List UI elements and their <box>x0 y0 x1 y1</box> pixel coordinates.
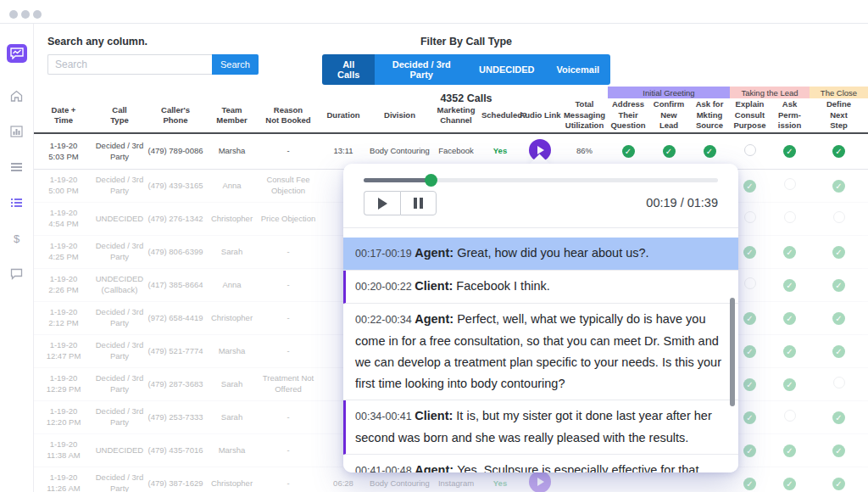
column-header-reason-not-booked[interactable]: ReasonNot Booked <box>259 105 318 126</box>
cell-call-type: Decided / 3rd Party <box>93 373 146 395</box>
cell-call-type: Decided / 3rd Party <box>93 307 146 329</box>
cell-team-member: Anna <box>205 280 259 291</box>
transcript-entry[interactable]: 00:41-00:48 Agent: Yes, Sculpsure is esp… <box>343 455 738 472</box>
check-icon: ✓ <box>622 145 635 158</box>
play-button[interactable] <box>364 191 400 215</box>
sidebar: $ <box>0 24 34 492</box>
column-header-caller-s-phone[interactable]: Caller'sPhone <box>146 105 205 126</box>
column-header-explain-consult-purpose[interactable]: ExplainConsultPurpose <box>730 99 770 131</box>
cell-reason-not-booked: - <box>259 313 318 324</box>
cell-check: ✓ <box>810 444 868 457</box>
cell-total-messaging-utilization: 86% <box>561 146 608 157</box>
cell-call-type: Decided / 3rd Party <box>93 141 146 163</box>
cell-team-member: Anna <box>205 181 259 192</box>
group-header-the-close: The Close <box>810 87 868 98</box>
sidebar-item-chart-icon[interactable] <box>9 124 25 139</box>
empty-circle-icon <box>833 211 845 223</box>
column-header-division[interactable]: Division <box>369 110 431 120</box>
check-icon: ✓ <box>743 246 756 259</box>
cell-caller-phone: (479) 387-1629 <box>146 478 205 489</box>
search-input[interactable] <box>47 54 212 75</box>
check-icon: ✓ <box>832 411 845 424</box>
sidebar-item-home-icon[interactable] <box>9 88 25 103</box>
cell-check: ✓ <box>810 279 868 292</box>
cell-date-time: 1-19-2012:47 PM <box>34 340 93 362</box>
cell-reason-not-booked: Price Objection <box>259 214 318 225</box>
audio-progress-thumb[interactable] <box>425 174 437 187</box>
cell-date-time: 1-19-204:54 PM <box>34 208 93 230</box>
cell-caller-phone: (479) 435-7016 <box>146 445 205 456</box>
pause-button[interactable] <box>400 191 437 215</box>
sidebar-item-playbook-list-icon[interactable] <box>9 195 25 210</box>
empty-circle-icon <box>744 144 756 156</box>
cell-team-member: Sarah <box>205 379 259 390</box>
transcript-entry[interactable]: 00:17-00:19 Agent: Great, how did you he… <box>343 238 738 271</box>
transcript-entry[interactable]: 00:34-00:41 Client: It is, but my sister… <box>343 400 738 455</box>
check-icon: ✓ <box>783 378 796 391</box>
column-header-total-messaging-utilization[interactable]: TotalMessagingUtilization <box>561 99 608 131</box>
column-header-confirm-new-lead[interactable]: ConfirmNewLead <box>648 99 689 131</box>
sidebar-item-menu-list-icon[interactable] <box>9 159 25 175</box>
audio-play-button[interactable] <box>529 471 551 492</box>
sidebar-item-dollar-icon[interactable]: $ <box>9 231 25 246</box>
transcript-text: Facebook I think. <box>456 279 549 293</box>
cell-date-time: 1-19-2011:26 AM <box>34 472 93 492</box>
cell-check: ✓ <box>810 246 868 259</box>
transcript-speaker: Client: <box>415 279 456 293</box>
check-icon: ✓ <box>743 345 756 358</box>
empty-circle-icon <box>784 211 796 223</box>
empty-circle-icon <box>744 277 756 289</box>
column-header-ask-perm-ission[interactable]: AskPerm-ission <box>770 99 810 131</box>
app-logo-chat-chart-icon[interactable] <box>7 44 27 63</box>
column-header-define-next-step[interactable]: DefineNextStep <box>810 99 868 131</box>
column-header-marketing-channel[interactable]: MarketingChannel <box>431 105 481 126</box>
check-icon: ✓ <box>832 246 845 259</box>
window-dot-icon[interactable] <box>9 10 18 19</box>
audio-progress-slider[interactable] <box>364 178 718 182</box>
filter-button-voicemail[interactable]: Voicemail <box>545 54 610 85</box>
check-icon: ✓ <box>832 312 845 325</box>
window-dot-icon[interactable] <box>33 10 42 19</box>
transcript-timestamp: 00:22-00:34 <box>355 314 415 326</box>
transcript-timestamp: 00:34-00:41 <box>355 411 415 422</box>
cell-caller-phone: (479) 439-3165 <box>146 181 205 192</box>
transcript-entry[interactable]: 00:22-00:34 Agent: Perfect, well, what w… <box>343 304 738 400</box>
check-icon: ✓ <box>783 145 796 158</box>
cell-check: ✓ <box>689 145 730 158</box>
play-icon <box>378 198 387 210</box>
transcript-entry[interactable]: 00:20-00:22 Client: Facebook I think. <box>343 271 738 304</box>
transcript-timestamp: 00:20-00:22 <box>355 281 415 293</box>
cell-check: ✓ <box>810 145 868 158</box>
column-header-address-their-question[interactable]: AddressTheirQuestion <box>608 99 648 131</box>
filter-button-all-calls[interactable]: All Calls <box>322 54 375 85</box>
check-icon: ✓ <box>743 411 756 424</box>
column-header-call-type[interactable]: CallType <box>93 105 146 126</box>
column-header-date-time[interactable]: Date +Time <box>34 105 93 126</box>
cell-date-time: 1-19-205:00 PM <box>34 175 93 197</box>
check-icon: ✓ <box>743 378 756 391</box>
pause-icon <box>414 198 423 209</box>
cell-team-member: Christopher <box>205 478 259 489</box>
transcript-scrollbar-thumb[interactable] <box>730 298 735 406</box>
transcript-speaker: Agent: <box>415 246 457 260</box>
cell-scheduled: Yes <box>481 478 519 489</box>
sidebar-item-chat-icon[interactable] <box>9 266 25 282</box>
cell-check: ✓ <box>810 478 868 490</box>
search-button[interactable]: Search <box>212 54 259 75</box>
cell-call-type: Decided / 3rd Party <box>93 406 146 428</box>
playback-time: 00:19 / 01:39 <box>646 196 718 210</box>
column-header-audio-link[interactable]: Audio Link <box>519 110 561 120</box>
column-header-ask-for-mkting-source[interactable]: Ask forMktingSource <box>689 99 730 131</box>
check-icon: ✓ <box>783 478 796 490</box>
cell-team-member: Marsha <box>205 146 259 157</box>
filter-button-decided-3rd-party[interactable]: Decided / 3rd Party <box>375 54 468 85</box>
window-dot-icon[interactable] <box>21 10 30 19</box>
transcript-timestamp: 00:17-00:19 <box>355 248 415 260</box>
transcript-speaker: Agent: <box>415 463 457 472</box>
column-header-scheduled-[interactable]: Scheduled? <box>481 110 519 120</box>
cell-reason-not-booked: Treatment Not Offered <box>259 373 318 395</box>
column-header-duration[interactable]: Duration <box>318 110 369 120</box>
column-header-team-member[interactable]: TeamMember <box>205 105 259 126</box>
cell-check: ✓ <box>810 180 868 193</box>
filter-button-undecided[interactable]: UNDECIDED <box>468 54 545 85</box>
